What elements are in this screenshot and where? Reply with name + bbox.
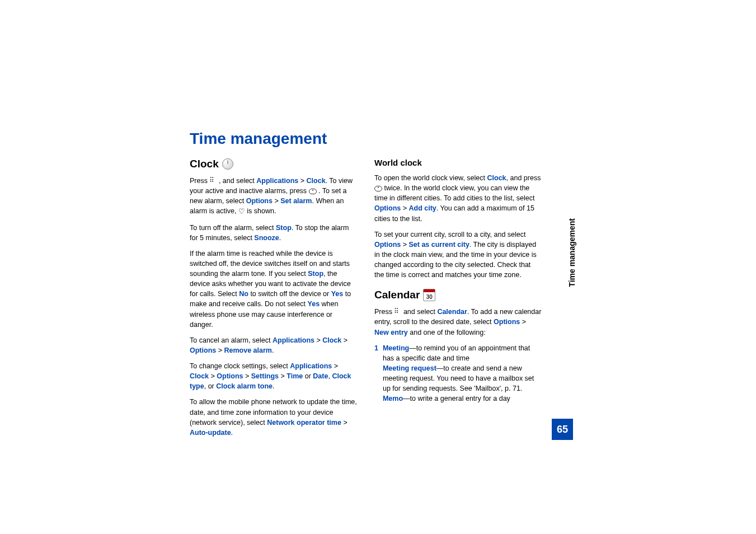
text: Press xyxy=(374,308,394,316)
text: . xyxy=(279,234,281,242)
text: > xyxy=(216,346,224,354)
calendar-link[interactable]: Calendar xyxy=(437,308,467,316)
text: > xyxy=(298,177,306,185)
set-as-current-city-link[interactable]: Set as current city xyxy=(408,241,469,249)
text: > xyxy=(209,372,217,380)
text: > xyxy=(314,336,322,344)
text: Press xyxy=(190,177,209,185)
no-link[interactable]: No xyxy=(239,290,248,298)
menu-key-icon xyxy=(209,177,217,185)
text: , or xyxy=(204,382,217,390)
clock-paragraph-6: To allow the mobile phone network to upd… xyxy=(190,397,358,438)
page-title: Time management xyxy=(190,130,548,148)
text: —to write a general entry for a day xyxy=(403,395,510,402)
yes-link[interactable]: Yes xyxy=(331,290,344,298)
clock-paragraph-2: To turn off the alarm, select Stop. To s… xyxy=(190,223,358,243)
applications-link-2[interactable]: Applications xyxy=(273,336,314,344)
clock-paragraph-4: To cancel an alarm, select Applications … xyxy=(190,335,358,355)
settings-link[interactable]: Settings xyxy=(251,372,279,380)
world-clock-paragraph-1: To open the world clock view, select Clo… xyxy=(374,173,542,224)
world-clock-heading: World clock xyxy=(374,158,542,167)
text: to switch off the device or xyxy=(248,290,331,298)
text: > xyxy=(273,197,280,205)
yes-link-2[interactable]: Yes xyxy=(308,300,320,308)
options-link-2[interactable]: Options xyxy=(190,346,216,354)
calendar-heading: Calendar 30 xyxy=(374,289,542,301)
text: > xyxy=(243,372,251,380)
options-link-5[interactable]: Options xyxy=(374,241,401,249)
text: > xyxy=(341,419,348,427)
text: , and press xyxy=(506,174,541,182)
text: > xyxy=(401,241,408,249)
text: > xyxy=(279,372,287,380)
meeting-request-link[interactable]: Meeting request xyxy=(383,364,436,372)
text: or xyxy=(303,372,313,380)
new-entry-link[interactable]: New entry xyxy=(374,329,408,336)
clock-heading: Clock xyxy=(190,158,358,170)
text: > xyxy=(401,204,408,212)
add-city-link[interactable]: Add city xyxy=(408,204,436,212)
calendar-paragraph-1: Press and select Calendar. To add a new … xyxy=(374,307,542,337)
text: is shown. xyxy=(245,207,276,215)
clock-link-2[interactable]: Clock xyxy=(322,336,341,344)
stop-link[interactable]: Stop xyxy=(276,224,292,232)
text: and one of the following: xyxy=(408,329,486,336)
clock-paragraph-3: If the alarm time is reached while the d… xyxy=(190,249,358,330)
clock-link-4[interactable]: Clock xyxy=(487,174,506,182)
clock-link[interactable]: Clock xyxy=(307,177,326,185)
calendar-heading-text: Calendar xyxy=(374,289,420,301)
world-clock-paragraph-2: To set your current city, scroll to a ci… xyxy=(374,229,542,280)
options-link-3[interactable]: Options xyxy=(217,372,243,380)
options-link-4[interactable]: Options xyxy=(374,204,401,212)
snooze-link[interactable]: Snooze xyxy=(254,234,279,242)
options-link-6[interactable]: Options xyxy=(494,318,520,326)
text: > xyxy=(520,318,526,326)
right-column: World clock To open the world clock view… xyxy=(374,158,542,443)
set-alarm-link[interactable]: Set alarm xyxy=(280,197,312,205)
list-number: 1 xyxy=(374,343,378,404)
date-link[interactable]: Date xyxy=(313,372,328,380)
text: > xyxy=(332,362,338,370)
network-operator-time-link[interactable]: Network operator time xyxy=(267,419,341,427)
text: To open the world clock view, select xyxy=(374,174,487,182)
scroll-key-icon xyxy=(374,186,382,191)
clock-alarm-tone-link[interactable]: Clock alarm tone xyxy=(216,382,273,390)
text: . xyxy=(231,429,233,437)
time-link[interactable]: Time xyxy=(287,372,303,380)
clock-heading-text: Clock xyxy=(190,158,219,170)
clock-icon xyxy=(222,158,233,170)
two-column-layout: Clock Press , and select Applications > … xyxy=(190,158,548,443)
scroll-key-icon xyxy=(309,189,317,194)
text: To turn off the alarm, select xyxy=(190,224,276,232)
side-tab-label: Time management xyxy=(567,218,576,287)
calendar-icon: 30 xyxy=(423,289,435,301)
meeting-link[interactable]: Meeting xyxy=(383,344,409,352)
stop-link-2[interactable]: Stop xyxy=(308,270,323,278)
text: twice. In the world clock view, you can … xyxy=(374,184,534,202)
clock-paragraph-5: To change clock settings, select Applica… xyxy=(190,361,358,391)
text: . xyxy=(273,382,274,390)
clock-link-3[interactable]: Clock xyxy=(190,372,209,380)
clock-paragraph-1: Press , and select Applications > Clock.… xyxy=(190,176,358,217)
memo-link[interactable]: Memo xyxy=(383,395,403,402)
document-page: Time management Clock Press , and select… xyxy=(190,130,548,443)
list-body: Meeting—to remind you of an appointment … xyxy=(383,343,542,404)
text: and select xyxy=(401,308,437,316)
left-column: Clock Press , and select Applications > … xyxy=(190,158,358,443)
applications-link-3[interactable]: Applications xyxy=(290,362,332,370)
menu-key-icon xyxy=(394,308,401,316)
auto-update-link[interactable]: Auto-update xyxy=(190,429,231,437)
text: , and select xyxy=(217,177,256,185)
text: To change clock settings, select xyxy=(190,362,290,370)
options-link[interactable]: Options xyxy=(246,197,273,205)
side-tab: Time management xyxy=(556,134,573,246)
text: To cancel an alarm, select xyxy=(190,336,273,344)
remove-alarm-link[interactable]: Remove alarm xyxy=(224,346,271,354)
text: . xyxy=(272,346,274,354)
text: To set your current city, scroll to a ci… xyxy=(374,231,525,238)
calendar-list-item-1: 1 Meeting—to remind you of an appointmen… xyxy=(374,343,542,404)
page-number: 65 xyxy=(552,419,573,440)
applications-link[interactable]: Applications xyxy=(256,177,298,185)
alarm-icon: ♡ xyxy=(238,207,245,217)
text: > xyxy=(341,336,348,344)
